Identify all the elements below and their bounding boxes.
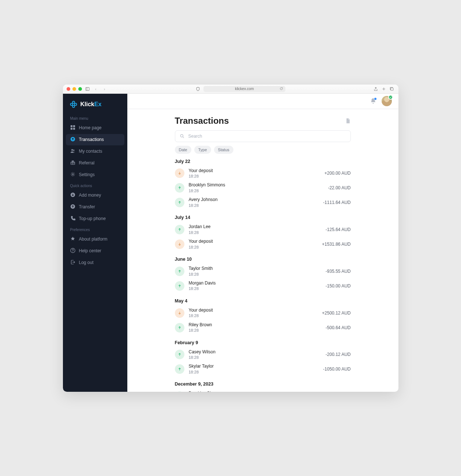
svg-point-14: [71, 149, 73, 150]
arrow-up-icon: [175, 198, 184, 207]
svg-rect-10: [73, 125, 75, 127]
search-input[interactable]: [175, 130, 351, 142]
transaction-row[interactable]: Taylor Smith 18:28 -935.55 AUD: [175, 264, 351, 279]
svg-point-23: [180, 134, 183, 137]
logout-icon: [70, 260, 75, 266]
sidebar-item-label: Top-up phone: [79, 216, 106, 221]
transaction-row[interactable]: Skylar Taylor 18:28 -1050.00 AUD: [175, 362, 351, 376]
sidebar-item-tx[interactable]: Transactions: [66, 134, 124, 145]
transaction-row[interactable]: Morgan Davis 18:28 -150.00 AUD: [175, 279, 351, 293]
share-icon[interactable]: [373, 86, 378, 92]
transaction-row[interactable]: Riley Brown 18:28 -500.64 AUD: [175, 320, 351, 335]
reload-icon[interactable]: [280, 87, 283, 91]
sidebar-item-referral[interactable]: Referral: [66, 157, 124, 169]
date-header: July 14: [175, 215, 351, 220]
browser-chrome: ‹ › klickex.com: [63, 85, 398, 94]
sidebar-item-label: Settings: [79, 172, 95, 177]
svg-point-8: [72, 105, 75, 107]
transaction-time: 18:28: [189, 355, 321, 360]
date-header: July 22: [175, 159, 351, 164]
filter-chip-type[interactable]: Type: [194, 146, 211, 154]
arrow-up-icon: [175, 350, 184, 359]
transaction-row[interactable]: Your deposit 18:28 +2500.12 AUD: [175, 306, 351, 320]
arrow-down-icon: [175, 308, 184, 318]
sidebar-section-header: Preferences: [66, 225, 124, 233]
transaction-row[interactable]: Brooklyn Simmons 18:28 -200.00 AUD: [175, 389, 351, 391]
grid-icon: [70, 125, 75, 131]
sidebar-item-label: Home page: [79, 125, 102, 130]
down-circle-icon: [70, 192, 75, 198]
transaction-name: Avery Johnson: [189, 197, 319, 203]
arrow-down-icon: [175, 168, 184, 178]
transaction-name: Jordan Lee: [189, 224, 321, 230]
zoom-window-icon[interactable]: [78, 87, 82, 91]
url-bar[interactable]: klickex.com: [203, 86, 285, 92]
sidebar-item-settings[interactable]: Settings: [66, 169, 124, 181]
svg-point-5: [72, 101, 75, 103]
search-icon: [180, 134, 185, 139]
sidebar-item-home[interactable]: Home page: [66, 122, 124, 134]
sidebar-item-transfer[interactable]: Transfer: [66, 201, 124, 213]
nav-back-icon[interactable]: ‹: [93, 87, 99, 91]
avatar[interactable]: [382, 96, 392, 106]
sidebar-item-logout[interactable]: Log out: [66, 257, 124, 268]
svg-rect-0: [86, 87, 89, 90]
sidebar-item-addmoney[interactable]: Add money: [66, 190, 124, 201]
transaction-amount: +1531.86 AUD: [322, 242, 351, 247]
nav-forward-icon[interactable]: ›: [102, 87, 108, 91]
arrow-up-icon: [175, 225, 184, 234]
sidebar-item-label: My contacts: [79, 149, 102, 154]
tabs-icon[interactable]: [389, 86, 394, 92]
page-title: Transactions: [175, 116, 229, 126]
close-window-icon[interactable]: [67, 87, 70, 91]
arrow-up-icon: [175, 323, 184, 332]
transaction-name: Casey Wilson: [189, 349, 321, 355]
svg-line-24: [183, 137, 184, 138]
sidebar-item-topup[interactable]: Top-up phone: [66, 213, 124, 224]
filter-chip-status[interactable]: Status: [214, 146, 233, 154]
filter-chips: DateTypeStatus: [175, 146, 351, 154]
sidebar-item-contacts[interactable]: My contacts: [66, 146, 124, 157]
transaction-row[interactable]: Brooklyn Simmons 18:28 -22.00 AUD: [175, 181, 351, 195]
new-tab-icon[interactable]: [381, 86, 386, 92]
content: Transactions DateTypeStatus July 22 Your…: [127, 109, 398, 392]
transaction-row[interactable]: Avery Johnson 18:28 -1111.64 AUD: [175, 195, 351, 210]
transaction-amount: -1050.00 AUD: [323, 367, 351, 372]
search-field[interactable]: [188, 133, 346, 139]
transaction-row[interactable]: Your deposit 18:28 +200.00 AUD: [175, 166, 351, 181]
sidebar-item-help[interactable]: Help center: [66, 245, 124, 257]
transaction-time: 18:28: [189, 272, 321, 277]
filter-chip-date[interactable]: Date: [175, 146, 191, 154]
sidebar-toggle-icon[interactable]: [85, 86, 90, 92]
sidebar-section-header: Quick actions: [66, 181, 124, 189]
transaction-amount: +200.00 AUD: [325, 171, 351, 176]
sidebar-item-about[interactable]: About platform: [66, 234, 124, 245]
svg-point-6: [70, 103, 72, 105]
notifications-icon[interactable]: [370, 98, 376, 104]
question-icon: [70, 248, 75, 254]
transaction-row[interactable]: Casey Wilson 18:28 -200.12 AUD: [175, 347, 351, 362]
star-icon: [70, 236, 75, 242]
transaction-list: July 22 Your deposit 18:28 +200.00 AUD B…: [175, 159, 351, 392]
transaction-name: Your deposit: [189, 308, 318, 313]
traffic-lights: [67, 87, 82, 91]
svg-point-15: [73, 149, 74, 151]
transaction-time: 18:28: [189, 230, 321, 235]
export-document-icon[interactable]: [345, 118, 351, 124]
transaction-row[interactable]: Your deposit 18:28 +1531.86 AUD: [175, 237, 351, 252]
transaction-time: 18:28: [189, 203, 319, 208]
shield-icon[interactable]: [195, 86, 200, 92]
svg-rect-4: [391, 88, 393, 90]
transaction-amount: -125.64 AUD: [326, 227, 351, 232]
transaction-name: Brooklyn Simmons: [189, 391, 321, 391]
transaction-amount: -935.55 AUD: [326, 269, 351, 274]
arrow-up-icon: [175, 364, 184, 374]
minimize-window-icon[interactable]: [72, 87, 76, 91]
transaction-amount: -200.12 AUD: [326, 352, 351, 357]
arrow-up-icon: [175, 267, 184, 276]
svg-point-19: [72, 174, 74, 175]
brand[interactable]: KlickEx: [66, 99, 124, 113]
transaction-row[interactable]: Jordan Lee 18:28 -125.64 AUD: [175, 222, 351, 237]
transaction-name: Brooklyn Simmons: [189, 182, 324, 188]
transaction-name: Taylor Smith: [189, 266, 321, 272]
